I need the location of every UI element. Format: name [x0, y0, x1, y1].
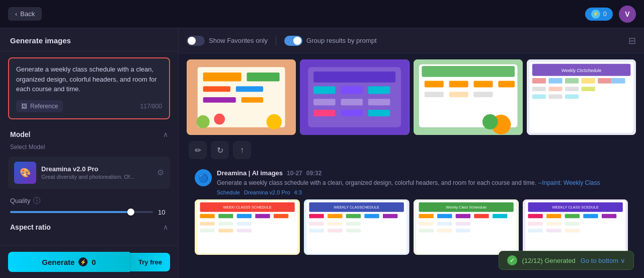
svg-rect-46 [548, 87, 562, 91]
svg-rect-57 [218, 214, 233, 218]
svg-text:WEEK/ CLASSS SCHEDULE: WEEK/ CLASSS SCHEDULE [223, 205, 271, 210]
image-thumb-1[interactable] [187, 59, 296, 135]
show-favorites-toggle[interactable] [187, 36, 205, 46]
model-card[interactable]: 🎨 Dreamina v2.0 Pro Great diversity and … [8, 157, 170, 189]
svg-rect-111 [565, 229, 579, 232]
svg-rect-71 [309, 214, 324, 218]
svg-rect-92 [437, 222, 452, 225]
svg-rect-59 [255, 214, 270, 218]
svg-rect-64 [200, 229, 214, 232]
credit-badge: ⚡ 0 [585, 8, 613, 21]
reference-button[interactable]: 🖼 Reference [16, 100, 63, 112]
svg-rect-39 [532, 78, 546, 84]
svg-rect-28 [473, 81, 493, 87]
svg-rect-30 [424, 92, 443, 97]
filter-bar: Show Favorites only Group results by pro… [179, 28, 644, 53]
svg-rect-103 [565, 214, 579, 218]
svg-rect-89 [474, 214, 489, 218]
model-chevron-icon[interactable]: ∧ [163, 130, 168, 138]
svg-rect-63 [237, 222, 252, 225]
svg-rect-21 [341, 110, 363, 116]
image-thumb-2[interactable] [300, 59, 409, 135]
go-bottom-label: Go to bottom [581, 257, 618, 264]
image-thumb-3[interactable] [414, 59, 523, 135]
go-to-bottom-button[interactable]: Go to bottom ∨ [581, 257, 625, 264]
history-section: 🔵 Dreamina | AI images 10-27 09:32 Gener… [187, 165, 636, 259]
generate-button[interactable]: Generate ⚡ 0 [8, 252, 130, 272]
history-tag-ratio[interactable]: 4:3 [294, 189, 302, 195]
reference-icon: 🖼 [21, 103, 27, 110]
credit-count: 0 [603, 10, 607, 18]
go-bottom-chevron-icon: ∨ [620, 257, 625, 264]
archive-icon[interactable]: ⊟ [628, 36, 636, 46]
history-avatar: 🔵 [195, 169, 212, 186]
group-by-prompt-toggle-group: Group results by prompt [284, 36, 376, 46]
group-by-prompt-toggle[interactable] [284, 36, 302, 46]
svg-rect-101 [528, 214, 542, 218]
history-tag-model[interactable]: Dreamina v2.0 Pro [244, 189, 290, 195]
model-settings-icon[interactable]: ⚙ [157, 168, 164, 177]
history-tag-schedule[interactable]: Schedule [217, 189, 240, 195]
svg-rect-29 [498, 81, 515, 87]
history-images-row: WEEK/ CLASSS SCHEDULE [195, 199, 628, 259]
model-name: Dreamina v2.0 Pro [41, 165, 152, 173]
svg-rect-20 [313, 110, 335, 116]
svg-rect-88 [455, 214, 470, 218]
sidebar-title: Generate images [0, 28, 178, 51]
svg-rect-48 [581, 87, 595, 91]
share-icon: ↑ [240, 146, 244, 155]
history-service-name: Dreamina | AI images [217, 169, 283, 177]
try-free-button[interactable]: Try free [130, 253, 170, 271]
svg-point-10 [267, 114, 282, 129]
svg-rect-16 [368, 86, 390, 94]
quality-slider[interactable] [10, 211, 153, 213]
image-thumb-4[interactable]: Weekly ClsSchedule [527, 59, 636, 135]
svg-rect-107 [546, 222, 561, 225]
history-image-2[interactable]: WEEKLY CLASSCHEDULE [304, 199, 409, 255]
avatar[interactable]: V [619, 6, 636, 23]
prompt-box[interactable]: Generate a weekly class schedule with a … [8, 57, 170, 119]
svg-rect-105 [602, 214, 616, 218]
svg-rect-79 [309, 229, 324, 232]
generate-bar: Generate ⚡ 0 Try free [0, 245, 178, 278]
main-layout: Generate images Generate a weekly class … [0, 28, 644, 278]
svg-rect-110 [546, 229, 561, 232]
svg-rect-74 [365, 214, 379, 218]
svg-rect-109 [528, 229, 542, 232]
svg-rect-3 [247, 73, 279, 81]
edit-button[interactable]: ✏ [189, 141, 207, 159]
svg-rect-49 [532, 95, 546, 99]
svg-rect-77 [328, 222, 342, 225]
regenerate-button[interactable]: ↻ [211, 141, 229, 159]
history-meta: Dreamina | AI images 10-27 09:32 Generat… [217, 169, 628, 195]
share-button[interactable]: ↑ [233, 141, 251, 159]
aspect-chevron-icon[interactable]: ∧ [163, 223, 168, 231]
back-button[interactable]: ‹ Back [8, 7, 42, 21]
group-by-prompt-label: Group results by prompt [306, 37, 376, 44]
prompt-text: Generate a weekly class schedule with a … [16, 64, 162, 94]
history-image-3[interactable]: Weekly Class Scheedule [414, 199, 519, 255]
history-image-4[interactable]: WEEKLY CLASS SCEDULE [523, 199, 628, 255]
reference-label: Reference [30, 103, 58, 110]
svg-rect-56 [200, 214, 214, 218]
toggle-knob-2 [293, 37, 301, 45]
aspect-title: Aspect ratio [10, 223, 51, 231]
history-header: 🔵 Dreamina | AI images 10-27 09:32 Gener… [195, 169, 628, 195]
svg-rect-47 [565, 87, 579, 91]
regenerate-icon: ↻ [217, 146, 223, 155]
model-desc: Great diversity and photorealism. Of... [41, 174, 152, 180]
svg-rect-87 [437, 214, 452, 218]
svg-rect-26 [424, 81, 443, 87]
topbar-right: ⚡ 0 V [585, 6, 636, 23]
right-panel: Show Favorites only Group results by pro… [179, 28, 644, 278]
svg-rect-106 [528, 222, 542, 225]
history-image-1[interactable]: WEEK/ CLASSS SCHEDULE [195, 199, 300, 255]
svg-rect-31 [449, 92, 468, 97]
quality-info-icon[interactable]: i [33, 197, 40, 204]
svg-rect-7 [242, 97, 263, 103]
model-thumb-inner: 🎨 [14, 162, 36, 184]
history-tags: Schedule Dreamina v2.0 Pro 4:3 [217, 189, 628, 195]
history-inpaint-label: --Inpaint: Weekly Class [538, 179, 600, 186]
svg-rect-108 [565, 222, 579, 225]
prompt-footer: 🖼 Reference 117/800 [16, 100, 162, 112]
